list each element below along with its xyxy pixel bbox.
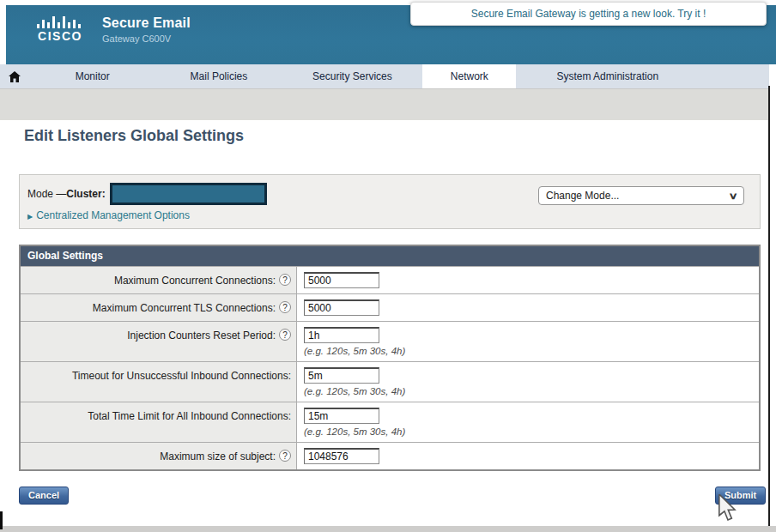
mode-label-cluster: Cluster: <box>66 188 105 200</box>
help-icon[interactable]: ? <box>279 274 291 286</box>
nav-spacer <box>699 64 769 88</box>
format-hint: (e.g. 120s, 5m 30s, 4h) <box>304 346 752 356</box>
subheader-band <box>0 88 769 120</box>
global-settings-table: Global Settings Maximum Concurrent Conne… <box>19 245 761 471</box>
table-row: Injection Counters Reset Period: ? (e.g.… <box>21 321 759 361</box>
setting-label: Injection Counters Reset Period: <box>127 329 276 342</box>
centralized-management-options-link[interactable]: ▶Centralized Management Options <box>27 209 190 221</box>
change-mode-value: Change Mode... <box>546 190 619 202</box>
max-concurrent-tls-connections-input[interactable] <box>304 299 379 316</box>
expand-triangle-icon: ▶ <box>27 213 33 221</box>
change-mode-select[interactable]: Change Mode... ∨ <box>538 186 744 205</box>
mode-line: Mode —Cluster: <box>27 183 267 205</box>
cisco-bars-icon <box>36 16 84 29</box>
max-subject-size-input[interactable] <box>304 448 379 464</box>
tab-system-administration[interactable]: System Administration <box>516 64 699 88</box>
setting-label: Maximum Concurrent TLS Connections: <box>93 301 276 314</box>
setting-value-cell: (e.g. 120s, 5m 30s, 4h) <box>297 322 759 361</box>
injection-counters-reset-period-input[interactable] <box>304 327 379 343</box>
product-block: Secure Email Gateway C600V <box>102 15 191 44</box>
setting-label-cell: Maximum Concurrent TLS Connections: ? <box>21 294 297 321</box>
format-hint: (e.g. 120s, 5m 30s, 4h) <box>304 426 752 437</box>
tab-mail-policies-label: Mail Policies <box>191 70 248 82</box>
tab-system-administration-label: System Administration <box>556 70 658 82</box>
setting-label-cell: Maximum Concurrent Connections: ? <box>21 267 297 293</box>
chevron-down-icon: ∨ <box>728 190 737 202</box>
setting-value-cell <box>297 294 759 321</box>
product-name: Secure Email <box>102 15 191 31</box>
text-caret-artifact <box>0 511 3 529</box>
setting-label-cell: Maximum size of subject: ? <box>21 443 297 469</box>
centralized-management-options-label: Centralized Management Options <box>36 209 190 221</box>
window-bottom-strip <box>0 526 776 532</box>
setting-value-cell: (e.g. 120s, 5m 30s, 4h) <box>297 402 759 442</box>
main-nav: Monitor Mail Policies Security Services … <box>0 64 769 88</box>
format-hint: (e.g. 120s, 5m 30s, 4h) <box>304 386 752 396</box>
setting-label: Maximum Concurrent Connections: <box>114 274 276 287</box>
tab-monitor-label: Monitor <box>76 70 110 82</box>
tab-security-services[interactable]: Security Services <box>282 64 423 88</box>
help-icon[interactable]: ? <box>279 301 291 313</box>
cisco-wordmark: CISCO <box>30 30 90 42</box>
new-look-banner[interactable]: Secure Email Gateway is getting a new lo… <box>410 2 767 26</box>
new-look-banner-text: Secure Email Gateway is getting a new lo… <box>471 8 706 20</box>
help-icon[interactable]: ? <box>279 329 291 341</box>
setting-value-cell <box>297 267 759 293</box>
table-row: Maximum Concurrent Connections: ? <box>21 266 759 293</box>
home-icon <box>9 71 21 82</box>
table-row: Total Time Limit for All Inbound Connect… <box>21 402 759 442</box>
table-row: Maximum size of subject: ? <box>21 442 759 469</box>
product-model: Gateway C600V <box>102 33 191 44</box>
total-time-limit-inbound-input[interactable] <box>304 408 379 424</box>
setting-value-cell <box>297 443 759 469</box>
setting-label-cell: Total Time Limit for All Inbound Connect… <box>21 402 297 442</box>
tab-security-services-label: Security Services <box>312 70 392 82</box>
setting-label: Total Time Limit for All Inbound Connect… <box>88 409 291 422</box>
cancel-button[interactable]: Cancel <box>19 487 69 505</box>
help-icon[interactable]: ? <box>279 450 291 462</box>
page-title: Edit Listeners Global Settings <box>24 127 244 145</box>
mode-section: Mode —Cluster: Change Mode... ∨ ▶Central… <box>19 174 761 229</box>
tab-network[interactable]: Network <box>422 64 516 88</box>
tab-monitor[interactable]: Monitor <box>29 64 155 88</box>
cluster-name-redacted <box>110 183 267 205</box>
secure-email-gateway-window: CISCO Secure Email Gateway C600V Secure … <box>0 0 776 532</box>
tab-network-label: Network <box>451 70 488 82</box>
max-concurrent-connections-input[interactable] <box>304 272 379 288</box>
submit-button[interactable]: Submit <box>715 487 766 505</box>
setting-value-cell: (e.g. 120s, 5m 30s, 4h) <box>297 362 759 402</box>
setting-label-cell: Injection Counters Reset Period: ? <box>21 322 297 361</box>
setting-label: Timeout for Unsuccessful Inbound Connect… <box>72 369 291 382</box>
setting-label-cell: Timeout for Unsuccessful Inbound Connect… <box>21 362 297 402</box>
setting-label: Maximum size of subject: <box>160 450 276 462</box>
table-row: Timeout for Unsuccessful Inbound Connect… <box>21 361 759 402</box>
table-row: Maximum Concurrent TLS Connections: ? <box>21 293 759 321</box>
mode-label-prefix: Mode — <box>27 188 66 200</box>
global-settings-header: Global Settings <box>21 246 759 266</box>
cisco-logo: CISCO <box>30 16 90 42</box>
timeout-unsuccessful-inbound-input[interactable] <box>304 367 379 384</box>
home-button[interactable] <box>0 64 29 88</box>
tab-mail-policies[interactable]: Mail Policies <box>155 64 282 88</box>
window-right-edge <box>768 86 770 526</box>
